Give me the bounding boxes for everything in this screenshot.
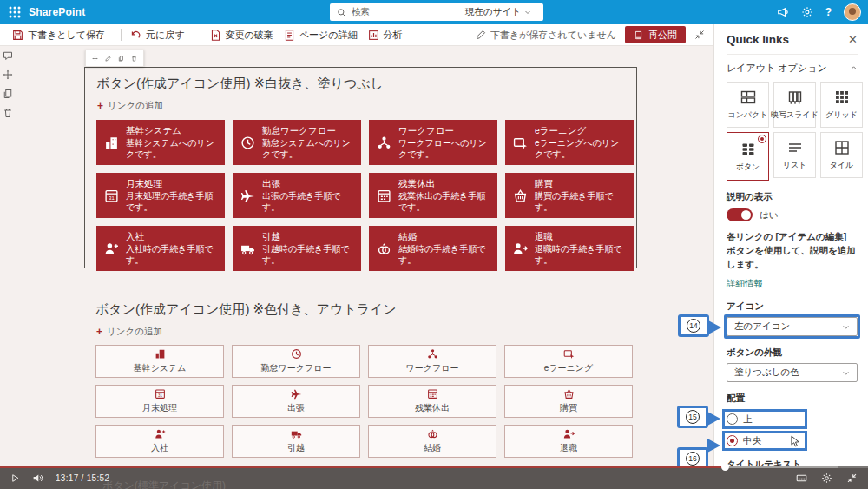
save-draft-button[interactable]: 下書きとして保存 (7, 24, 110, 45)
quick-link-title: ワークフロー (406, 362, 459, 374)
airplane-icon (291, 388, 302, 400)
alignment-radio-top[interactable]: 上 15 (727, 412, 858, 426)
layout-tile-コンパクト[interactable]: コンパクト (727, 82, 769, 128)
radio-unselected[interactable] (727, 413, 738, 425)
volume-icon[interactable] (32, 472, 43, 484)
annotation-callout-15: 15 (677, 406, 708, 428)
search-input[interactable]: 検索 現在のサイト (330, 3, 543, 21)
quick-link-button-outline[interactable]: 退職 (504, 425, 633, 458)
app-name[interactable]: SharePoint (29, 6, 85, 18)
quick-link-button[interactable]: 基幹システム基幹システムへのリンクです。 (96, 120, 225, 165)
progress-handle[interactable] (721, 463, 729, 471)
storyboard-icon[interactable] (796, 472, 807, 484)
close-icon[interactable]: ✕ (848, 34, 858, 45)
search-scope-dropdown[interactable]: 現在のサイト (465, 6, 536, 18)
layout-tile-映写スライド[interactable]: 映写スライド (773, 82, 816, 128)
add-link-button[interactable]: + リンクの追加 (97, 100, 163, 112)
radio-label: 上 (743, 413, 753, 426)
undo-label: 元に戻す (146, 29, 185, 42)
webpart-title[interactable]: ボタン(作成アイコン使用) ※白抜き、塗りつぶし (96, 76, 636, 92)
settings-gear-icon[interactable] (801, 6, 813, 18)
icon-select[interactable]: 左のアイコン 14 (727, 317, 858, 336)
quick-link-button-outline[interactable]: 購買 (504, 385, 633, 418)
quick-link-button[interactable]: 引越引越時の手続き手順です。 (233, 226, 361, 271)
quick-link-button[interactable]: 入社入社時の手続き手順です。 (96, 226, 225, 271)
video-progress-bar[interactable] (0, 466, 868, 468)
quick-link-button[interactable]: 31月末処理月末処理の手続き手順です。 (96, 173, 225, 218)
undo-chevron-down-icon[interactable] (190, 31, 197, 38)
quick-link-button-outline[interactable]: 入社 (95, 425, 224, 458)
quick-links-grid-filled: 基幹システム基幹システムへのリンクです。勤怠ワークフロー勤怠システムへのリンクで… (96, 120, 636, 271)
elearning-icon (563, 348, 575, 360)
quick-link-button[interactable]: 残業休出残業休出の手続き手順です。 (369, 173, 497, 218)
edit-pencil-icon[interactable] (103, 54, 113, 63)
quick-link-title: 購買 (560, 402, 577, 414)
save-chevron-down-icon[interactable] (110, 31, 117, 38)
layout-tile-タイル[interactable]: タイル (820, 132, 863, 178)
quick-link-button[interactable]: 出張出張の手続き手順です。 (233, 173, 361, 218)
layout-tile-ボタン[interactable]: ボタン (727, 132, 769, 181)
add-link-button[interactable]: + リンクの追加 (96, 326, 162, 338)
quick-link-button-outline[interactable]: ワークフロー (368, 345, 496, 378)
quick-link-description: 購買の手続き手順です。 (535, 190, 627, 214)
waffle-icon[interactable] (8, 5, 22, 19)
radio-selected[interactable] (727, 435, 738, 446)
analytics-button[interactable]: 分析 (363, 24, 408, 45)
play-icon[interactable] (10, 473, 20, 483)
webpart-title-partial: ボタン(標準アイコン使用) (102, 479, 226, 489)
plus-icon: + (96, 327, 102, 337)
alignment-radio-center[interactable]: 中央 16 (727, 433, 858, 448)
avatar[interactable] (844, 3, 861, 21)
airplane-icon (240, 188, 255, 203)
panel-title: Quick links (727, 33, 789, 46)
quick-links-webpart-filled[interactable]: ボタン(作成アイコン使用) ※白抜き、塗りつぶし + リンクの追加 基幹システム… (84, 67, 637, 268)
quick-link-title: 引越 (262, 230, 354, 242)
quick-link-button[interactable]: eラーニングeラーニングへのリンクです。 (505, 120, 634, 165)
quick-link-button-outline[interactable]: 31月末処理 (95, 385, 224, 418)
delete-icon[interactable] (129, 54, 139, 63)
quick-link-button-outline[interactable]: 基幹システム (95, 345, 224, 378)
republish-button[interactable]: 再公開 (625, 26, 686, 43)
quick-link-button[interactable]: 退職退職時の手続き手順です。 (505, 226, 634, 271)
layout-tile-グリッド[interactable]: グリッド (820, 82, 863, 128)
more-info-link[interactable]: 詳細情報 (727, 278, 763, 290)
quick-link-button-outline[interactable]: 勤怠ワークフロー (232, 345, 360, 378)
layout-tile-icon (833, 139, 851, 156)
quick-link-title: 勤怠ワークフロー (262, 124, 354, 136)
layout-tile-リスト[interactable]: リスト (773, 132, 816, 178)
discard-changes-button[interactable]: 変更の破棄 (205, 24, 279, 45)
duplicate-icon[interactable] (116, 54, 126, 63)
collapse-icon[interactable] (694, 30, 705, 40)
quick-link-description: 残業休出の手続き手順です。 (398, 190, 490, 214)
fullscreen-icon[interactable] (846, 472, 858, 484)
divider (727, 54, 858, 55)
quick-link-button-outline[interactable]: 残業休出 (368, 385, 496, 418)
quick-link-button[interactable]: 勤怠ワークフロー勤怠システムへのリンクです。 (233, 120, 361, 165)
quick-link-button-outline[interactable]: eラーニング (504, 345, 633, 378)
quick-link-button[interactable]: 結婚結婚時の手続き手順です。 (369, 226, 497, 271)
toggle-on[interactable] (727, 208, 753, 221)
move-icon[interactable] (90, 54, 100, 63)
chevron-down-icon (842, 369, 850, 377)
layout-options-section-header[interactable]: レイアウト オプション (727, 62, 858, 75)
help-button[interactable]: ? (825, 6, 832, 18)
draft-status-label: 下書きが保存されていません (490, 29, 616, 42)
appearance-select[interactable]: 塗りつぶしの色 (727, 363, 858, 382)
megaphone-icon[interactable] (777, 6, 789, 18)
clock-icon (240, 135, 255, 150)
quick-link-button[interactable]: 購買購買の手続き手順です。 (505, 173, 634, 218)
quick-links-webpart-outline[interactable]: ボタン(作成アイコン使用) ※色付き、アウトライン + リンクの追加 基幹システ… (84, 294, 637, 458)
sharepoint-editor-screen: SharePoint 検索 現在のサイト ? 下書きとして保存 元に戻す (0, 0, 868, 489)
show-description-toggle[interactable]: はい (727, 208, 858, 221)
show-description-label: 説明の表示 (727, 191, 858, 203)
quick-link-button-outline[interactable]: 結婚 (368, 425, 496, 458)
quick-link-button-outline[interactable]: 出張 (232, 385, 360, 418)
quick-link-button-outline[interactable]: 引越 (232, 425, 360, 458)
quick-link-title: 月末処理 (142, 402, 177, 414)
page-details-button[interactable]: ページの詳細 (279, 24, 363, 45)
player-settings-gear-icon[interactable] (821, 472, 832, 484)
quick-link-title: eラーニング (544, 362, 594, 374)
undo-button[interactable]: 元に戻す (125, 24, 190, 45)
webpart-title[interactable]: ボタン(作成アイコン使用) ※色付き、アウトライン (95, 301, 637, 318)
quick-link-button[interactable]: ワークフローワークフローへのリンクです。 (369, 120, 497, 165)
